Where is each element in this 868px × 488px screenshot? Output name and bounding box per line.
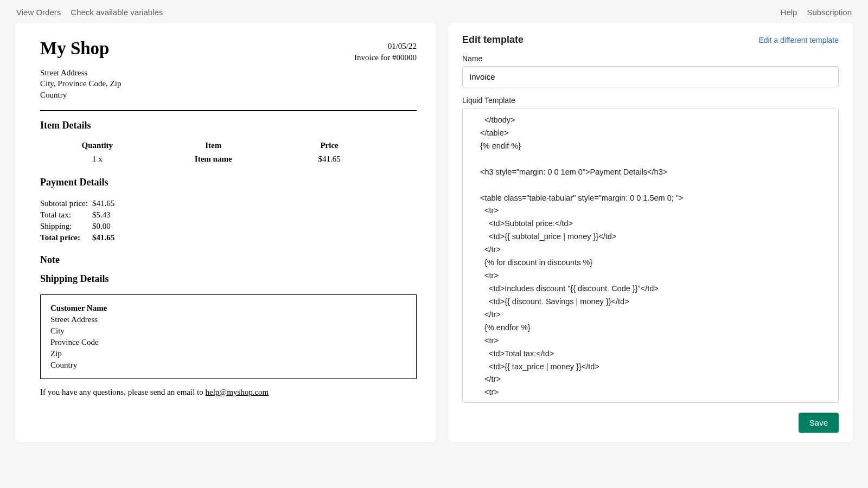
col-quantity: Quantity xyxy=(40,141,155,153)
liquid-template-editor[interactable] xyxy=(463,108,838,402)
col-item: Item xyxy=(155,141,272,153)
contact-email-link[interactable]: help@myshop.com xyxy=(206,388,269,396)
cell-item: Item name xyxy=(155,153,272,165)
shop-name: My Shop xyxy=(40,38,121,59)
col-price: Price xyxy=(272,141,387,153)
check-variables-link[interactable]: Check available variables xyxy=(71,8,163,17)
payment-table: Subtotal price: $41.65 Total tax: $5.43 … xyxy=(40,198,117,243)
item-details-heading: Item Details xyxy=(40,120,417,131)
shipping-box: Customer Name Street Address City Provin… xyxy=(40,294,417,379)
footer-text: If you have any questions, please send a… xyxy=(40,388,417,397)
payment-row-subtotal: Subtotal price: $41.65 xyxy=(40,198,117,209)
table-row: 1 x Item name $41.65 xyxy=(40,153,386,165)
ship-country: Country xyxy=(50,359,406,371)
items-table: Quantity Item Price 1 x Item name $41.65 xyxy=(40,141,386,165)
invoice-for: Invoice for #00000 xyxy=(354,52,417,63)
top-bar: View Orders Check available variables He… xyxy=(0,0,868,23)
shop-address-line2: City, Province Code, Zip xyxy=(40,78,121,89)
customer-name: Customer Name xyxy=(50,303,406,314)
save-button[interactable]: Save xyxy=(799,413,839,433)
invoice-date: 01/05/22 xyxy=(354,41,417,52)
help-link[interactable]: Help xyxy=(781,8,797,17)
payment-row-total: Total price: $41.65 xyxy=(40,232,117,243)
ship-street: Street Address xyxy=(50,314,406,325)
liquid-template-label: Liquid Template xyxy=(462,96,839,105)
ship-province: Province Code xyxy=(50,337,406,348)
subscription-link[interactable]: Subscription xyxy=(807,8,852,17)
view-orders-link[interactable]: View Orders xyxy=(16,8,61,17)
shop-address-line1: Street Address xyxy=(40,67,121,78)
name-input[interactable] xyxy=(462,66,839,87)
ship-zip: Zip xyxy=(50,348,406,359)
editor-title: Edit template xyxy=(462,34,524,46)
shipping-details-heading: Shipping Details xyxy=(40,273,417,285)
edit-different-template-link[interactable]: Edit a different template xyxy=(758,36,839,44)
payment-row-tax: Total tax: $5.43 xyxy=(40,209,117,221)
cell-qty: 1 x xyxy=(40,153,155,165)
divider xyxy=(40,110,417,111)
name-label: Name xyxy=(462,54,839,63)
payment-details-heading: Payment Details xyxy=(40,177,417,188)
ship-city: City xyxy=(50,325,406,337)
payment-row-shipping: Shipping: $0.00 xyxy=(40,221,117,232)
note-heading: Note xyxy=(40,254,417,266)
preview-panel: My Shop Street Address City, Province Co… xyxy=(15,23,436,442)
shop-address-line3: Country xyxy=(40,89,121,100)
cell-price: $41.65 xyxy=(272,153,387,165)
editor-panel: Edit template Edit a different template … xyxy=(448,23,853,442)
